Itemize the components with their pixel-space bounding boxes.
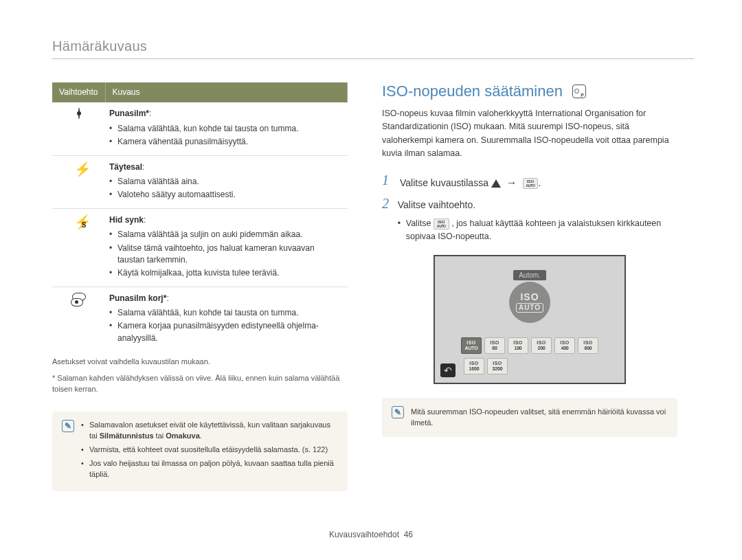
th-desc: Kuvaus [105,82,348,102]
option-bullet: Kamera vähentää punasilmäisyyttä. [109,136,344,148]
heading-text: ISO-nopeuden säätäminen [382,82,563,100]
back-button[interactable]: ↶ [440,363,456,377]
iso-row: ISO1600 ISO3200 [464,358,508,374]
footnote: * Salaman kahden välähdyksen välissä on … [52,373,348,395]
iso-auto-chip-icon: ISOAUTO [523,178,539,189]
iso-row: ISOAUTO ISO80 ISO100 ISO200 ISO400 ISO80… [461,337,598,354]
info-item: Salamavalon asetukset eivät ole käytettä… [81,420,338,442]
option-bullet: Valoteho säätyy automaattisesti. [109,189,344,201]
option-bullet: Käytä kolmijalkaa, jotta kuvista tulee t… [109,267,344,279]
eye-redeye-fix-icon [71,293,87,308]
option-bullet: Valitse tämä vaihtoehto, jos haluat kame… [109,243,344,267]
iso-option[interactable]: ISO100 [508,337,528,354]
iso-big-badge: ISO AUTO [509,282,550,323]
info-icon: ✎ [62,420,74,432]
option-name: Punasilm* [109,109,149,118]
table-row: Täytesal: Salama välähtää aina. Valoteho… [52,155,348,208]
table-row: Hid synk: Salama välähtää ja suljin on a… [52,208,348,287]
title-divider [52,58,694,59]
step-text-part: . [538,177,541,188]
th-option: Vaihtoehto [52,82,105,102]
step-sub: Valitse ISOAUTO , jos haluat käyttää koh… [398,217,677,244]
option-name: Hid synk [109,215,144,225]
arrow-right-icon: → [504,177,520,188]
step-number: 1 [382,173,393,187]
option-bullet: Salama välähtää, kun kohde tai tausta on… [109,123,344,135]
info-item: Varmista, että kohteet ovat suositellull… [81,445,338,456]
step-number: 2 [382,197,391,210]
info-box-left: ✎ Salamavalon asetukset eivät ole käytet… [52,412,348,491]
step-text-part: Valitse kuvaustilassa [400,177,491,188]
heading-iso: ISO-nopeuden säätäminen [382,82,677,100]
option-bullet: Salama välähtää ja suljin on auki pidemm… [109,229,344,240]
step-2: 2 Valitse vaihtoehto. Valitse ISOAUTO , … [382,197,677,245]
mode-triangle-icon [491,179,501,188]
section-title: Hämäräkuvaus [52,38,694,54]
iso-option[interactable]: ISO200 [531,337,552,354]
page-footer: Kuvausvaihtoehdot 46 [0,530,742,539]
eye-redeye-icon [71,108,87,123]
option-bullet: Salama välähtää aina. [109,176,344,188]
iso-auto-chip-icon: ISOAUTO [434,219,449,229]
table-row: Punasilm korj*: Salama välähtää, kun koh… [52,287,348,351]
table-row: Punasilm*: Salama välähtää, kun kohde ta… [52,102,348,155]
footer-label: Kuvausvaihtoehdot [329,530,399,539]
flash-options-table: Vaihtoehto Kuvaus Punasilm*: Salama välä… [52,82,348,351]
info-box-right: ✎ Mitä suuremman ISO-nopeuden valitset, … [382,398,677,437]
option-name: Täytesal [109,162,142,172]
iso-display: Autom. ISO AUTO ISOAUTO ISO80 ISO100 ISO… [434,255,626,384]
info-text: Mitä suuremman ISO-nopeuden valitset, si… [411,406,668,429]
iso-option[interactable]: ISO400 [554,337,575,354]
iso-option-auto[interactable]: ISOAUTO [461,337,482,354]
step-main: Valitse vaihtoehto. [398,199,475,210]
iso-option[interactable]: ISO3200 [487,358,508,374]
camera-mode-p-icon [572,85,586,98]
iso-option[interactable]: ISO80 [484,337,505,354]
iso-option[interactable]: ISO800 [578,337,598,354]
info-item: Jos valo heijastuu tai ilmassa on paljon… [81,458,338,480]
option-bullet: Kamera korjaa punasilmäisyyden edistynee… [109,320,344,344]
iso-description: ISO-nopeus kuvaa filmin valoherkkyyttä I… [382,107,677,161]
option-bullet: Salama välähtää, kun kohde tai tausta on… [109,307,344,319]
flash-fill-icon [74,161,84,177]
option-name: Punasilm korj* [109,293,166,303]
footnote: Asetukset voivat vaihdella kuvaustilan m… [52,357,348,368]
iso-label: Autom. [513,270,546,280]
step-1: 1 Valitse kuvaustilassa → ISOAUTO. [382,173,677,192]
iso-option[interactable]: ISO1600 [464,358,484,374]
info-icon: ✎ [392,406,404,418]
page-number: 46 [404,530,413,539]
flash-slow-sync-icon [74,214,84,229]
